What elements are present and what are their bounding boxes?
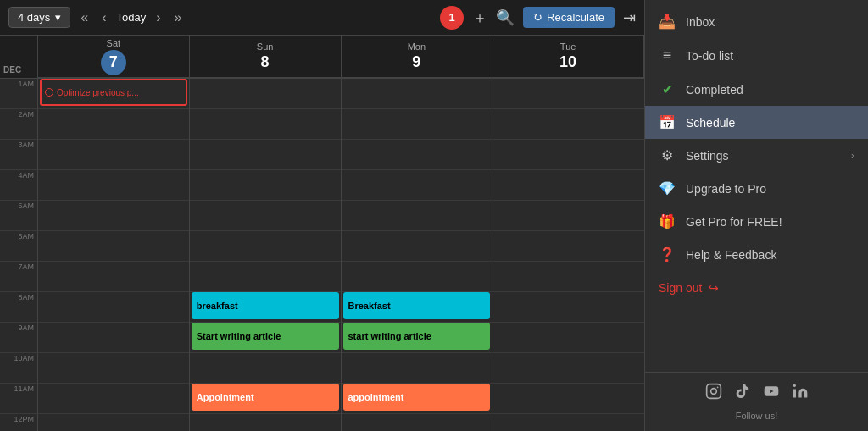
time-labels: 1AM 2AM 3AM 4AM 5AM 6AM 7AM 8AM 9AM 10AM… <box>0 79 38 431</box>
day-col-2: Breakfast start writing article appointm… <box>342 79 493 431</box>
day-col-1: breakfast Start writing article Appointm… <box>190 79 342 431</box>
refresh-icon: ↻ <box>533 11 542 24</box>
sidebar-item-todo[interactable]: ≡ To-do list <box>645 38 868 73</box>
day-header-sun: Sun 8 <box>190 36 342 78</box>
alert-badge[interactable]: 1 <box>440 6 464 30</box>
time-12pm: 12PM <box>0 414 38 431</box>
diamond-icon: 💎 <box>659 180 676 196</box>
time-9am: 9AM <box>0 323 38 353</box>
time-10am: 10AM <box>0 353 38 384</box>
time-5am: 5AM <box>0 201 38 231</box>
event-optimize[interactable]: Optimize previous p... <box>40 79 187 106</box>
tiktok-icon[interactable] <box>734 383 751 404</box>
event-breakfast-sat-label: breakfast <box>197 301 238 311</box>
event-appointment-sat-label: Appointment <box>197 392 254 402</box>
sidebar-item-help-label: Help & Feedback <box>686 248 776 262</box>
sidebar-item-help[interactable]: ❓ Help & Feedback <box>645 238 868 271</box>
instagram-icon[interactable] <box>705 383 722 404</box>
day-num-2: 9 <box>412 53 420 71</box>
event-appointment-sat[interactable]: Appointment <box>192 384 339 411</box>
view-selector[interactable]: 4 days ▾ <box>8 7 70 28</box>
event-start-writing-sat[interactable]: Start writing article <box>192 323 339 350</box>
list-icon: ≡ <box>659 47 676 64</box>
follow-label: Follow us! <box>736 411 778 421</box>
time-3am: 3AM <box>0 140 38 170</box>
calendar-area: 4 days ▾ « ‹ Today › » 1 ＋ 🔍 ↻ Recalcula… <box>0 0 644 431</box>
gift-icon: 🎁 <box>659 213 676 229</box>
search-icon[interactable]: 🔍 <box>496 8 515 27</box>
sidebar-item-getpro-label: Get Pro for FREE! <box>686 215 782 229</box>
event-start-writing-mon[interactable]: start writing article <box>343 323 491 350</box>
svg-rect-0 <box>706 384 721 399</box>
day-num-1: 8 <box>261 53 270 71</box>
view-label: 4 days <box>18 11 50 24</box>
gear-icon: ⚙ <box>659 147 676 163</box>
linkedin-icon[interactable] <box>792 383 809 404</box>
skip-forward-button[interactable]: » <box>171 8 186 27</box>
check-circle-icon: ✔ <box>659 81 676 97</box>
day-num-0: 7 <box>101 50 126 75</box>
skip-back-button[interactable]: « <box>77 8 92 27</box>
recalculate-button[interactable]: ↻ Recalculate <box>523 7 615 28</box>
signout-button[interactable]: Sign out ↪ <box>645 271 868 305</box>
signout-label: Sign out <box>659 281 702 295</box>
day-name-3: Tue <box>560 41 576 52</box>
toolbar: 4 days ▾ « ‹ Today › » 1 ＋ 🔍 ↻ Recalcula… <box>0 0 644 36</box>
time-7am: 7AM <box>0 262 38 292</box>
time-1am: 1AM <box>0 79 38 109</box>
export-icon[interactable]: ⇥ <box>623 8 636 27</box>
signout-icon: ↪ <box>709 281 719 295</box>
event-optimize-label: Optimize previous p... <box>57 88 139 97</box>
social-bar: Follow us! <box>645 372 868 431</box>
day-name-0: Sat <box>107 38 121 48</box>
sidebar-item-schedule[interactable]: 📅 Schedule <box>645 106 868 139</box>
event-breakfast-mon-label: Breakfast <box>348 301 391 311</box>
time-11am: 11AM <box>0 384 38 414</box>
prev-button[interactable]: ‹ <box>98 8 109 27</box>
youtube-icon[interactable] <box>763 383 780 404</box>
sidebar-item-settings[interactable]: ⚙ Settings › <box>645 139 868 172</box>
help-icon: ❓ <box>659 246 676 262</box>
next-button[interactable]: › <box>153 8 164 27</box>
month-label-cell: DEC <box>0 36 38 78</box>
event-circle-icon <box>45 88 53 97</box>
event-breakfast-mon[interactable]: Breakfast <box>343 292 491 319</box>
svg-point-1 <box>710 389 716 395</box>
sidebar: 📥 Inbox ≡ To-do list ✔ Completed 📅 Sched… <box>644 0 868 431</box>
event-appointment-mon-label: appointment <box>348 392 404 402</box>
day-col-3 <box>492 79 644 431</box>
social-icons <box>705 383 809 404</box>
calendar-icon: 📅 <box>659 114 676 130</box>
day-header-mon: Mon 9 <box>342 36 493 78</box>
sidebar-item-getpro[interactable]: 🎁 Get Pro for FREE! <box>645 205 868 238</box>
day-header-sat: Sat 7 <box>38 36 190 78</box>
sidebar-item-inbox[interactable]: 📥 Inbox <box>645 5 868 38</box>
sidebar-item-upgrade-label: Upgrade to Pro <box>686 182 766 196</box>
sidebar-item-schedule-label: Schedule <box>686 116 735 130</box>
day-name-2: Mon <box>408 41 426 52</box>
sidebar-item-completed[interactable]: ✔ Completed <box>645 73 868 106</box>
day-name-1: Sun <box>257 41 274 52</box>
svg-point-2 <box>716 387 718 389</box>
month-label: DEC <box>3 65 21 75</box>
day-num-3: 10 <box>559 53 576 71</box>
recalc-label: Recalculate <box>547 11 604 24</box>
time-6am: 6AM <box>0 231 38 262</box>
event-start-writing-sat-label: Start writing article <box>197 331 281 341</box>
day-col-0: Optimize previous p... <box>38 79 190 431</box>
sidebar-item-upgrade[interactable]: 💎 Upgrade to Pro <box>645 172 868 205</box>
time-8am: 8AM <box>0 292 38 323</box>
sidebar-item-settings-label: Settings <box>686 149 729 163</box>
grid-scroll[interactable]: Optimize previous p... <box>38 79 644 431</box>
toolbar-right: 1 ＋ 🔍 ↻ Recalculate ⇥ <box>440 6 636 30</box>
sidebar-item-todo-label: To-do list <box>686 49 733 63</box>
today-button[interactable]: Today <box>117 11 147 24</box>
alert-count: 1 <box>448 11 454 24</box>
event-breakfast-sat[interactable]: breakfast <box>192 292 339 319</box>
add-icon[interactable]: ＋ <box>472 8 487 28</box>
sidebar-menu: 📥 Inbox ≡ To-do list ✔ Completed 📅 Sched… <box>645 0 868 372</box>
time-2am: 2AM <box>0 109 38 140</box>
event-appointment-mon[interactable]: appointment <box>343 384 491 411</box>
days-header: Sat 7 Sun 8 Mon 9 Tue 10 <box>38 36 644 78</box>
calendar-body: 1AM 2AM 3AM 4AM 5AM 6AM 7AM 8AM 9AM 10AM… <box>0 79 644 431</box>
